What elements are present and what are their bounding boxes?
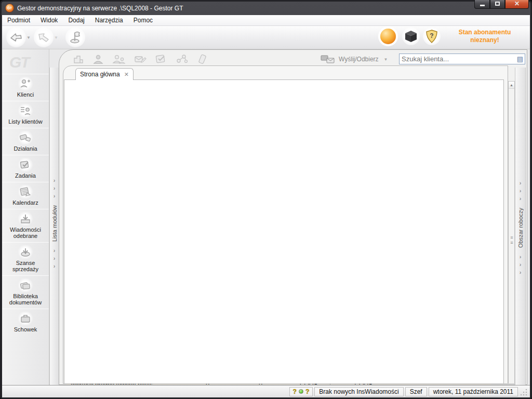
module-sidebar: GT Klienci Listy klientów Działania Zada… bbox=[2, 49, 49, 385]
cube-icon bbox=[404, 30, 418, 43]
phone-icon[interactable] bbox=[197, 54, 210, 65]
sidebar-item-biblioteka[interactable]: Biblioteka dokumentów bbox=[2, 275, 49, 309]
home-page-card bbox=[64, 79, 504, 384]
connection-status-icon bbox=[299, 389, 303, 394]
chevron-right-icon[interactable]: ››› bbox=[520, 179, 522, 203]
gt-watermark: GT bbox=[9, 54, 29, 71]
sidebar-item-listy-klientow[interactable]: Listy klientów bbox=[2, 101, 49, 128]
back-arrow-icon bbox=[9, 32, 23, 43]
calendar-icon bbox=[18, 185, 33, 198]
cube-button[interactable] bbox=[402, 28, 420, 45]
forward-button[interactable] bbox=[34, 28, 54, 47]
menu-pomoc[interactable]: Pomoc bbox=[128, 16, 158, 25]
sidebar-item-klienci[interactable]: Klienci bbox=[2, 74, 49, 101]
scroll-up-icon[interactable]: ▲ bbox=[509, 82, 514, 89]
sidebar-item-wiadomosci[interactable]: Wiadomości odebrane bbox=[2, 209, 49, 242]
modules-strip-label: Lista modułów bbox=[51, 205, 58, 242]
clients-group-icon[interactable] bbox=[112, 54, 126, 65]
send-receive-icon bbox=[321, 54, 336, 64]
menu-narzedzia[interactable]: Narzędzia bbox=[90, 16, 128, 25]
minimize-button[interactable] bbox=[474, 0, 490, 9]
status-bar: ? ? Brak nowych InsWiadomości Szef wtore… bbox=[2, 385, 530, 397]
shield-question-icon: ? bbox=[425, 30, 438, 44]
messages-status: Brak nowych InsWiadomości bbox=[314, 387, 403, 396]
splitter-grip-icon[interactable]: ≡≡ bbox=[509, 235, 514, 245]
send-receive-button[interactable]: Wyślij/Odbierz ▼ bbox=[321, 54, 391, 64]
tab-label: Strona główna bbox=[80, 71, 120, 78]
chevron-right-icon[interactable]: ››› bbox=[54, 247, 56, 270]
send-receive-dropdown-icon[interactable]: ▼ bbox=[384, 57, 388, 62]
sidebar-item-szanse[interactable]: Szanse sprzedaży bbox=[2, 242, 49, 275]
resize-grip[interactable] bbox=[521, 388, 528, 395]
menu-dodaj[interactable]: Dodaj bbox=[63, 16, 89, 25]
user-status: Szef bbox=[405, 387, 427, 396]
status-icons: ? ? bbox=[289, 387, 313, 396]
sidebar-item-schowek[interactable]: Schowek bbox=[2, 309, 49, 336]
company-icon[interactable] bbox=[73, 54, 84, 65]
close-icon: ✕ bbox=[514, 0, 520, 7]
sidebar-item-zadania[interactable]: Zadania bbox=[2, 155, 49, 182]
menu-widok[interactable]: Widok bbox=[35, 16, 63, 25]
title-bar[interactable]: GT Gestor demonstracyjny na serwerze .\S… bbox=[2, 1, 530, 15]
activities-icon bbox=[18, 131, 33, 144]
app-icon: GT bbox=[5, 4, 14, 12]
maximize-icon bbox=[495, 2, 500, 6]
back-dropdown-icon[interactable]: ▼ bbox=[26, 35, 31, 40]
search-input[interactable] bbox=[400, 55, 517, 63]
forward-dropdown-icon[interactable]: ▼ bbox=[54, 35, 58, 40]
task-check-icon[interactable] bbox=[155, 54, 167, 65]
search-list-icon[interactable]: ▤ bbox=[517, 55, 525, 63]
workspace-strip-label: Obszar roboczy bbox=[517, 208, 524, 248]
main-toolbar: ▼ ▼ bbox=[2, 26, 530, 49]
sidebar-item-kalendarz[interactable]: Kalendarz bbox=[2, 182, 49, 209]
minimize-icon bbox=[480, 5, 485, 6]
content-scrollbar[interactable]: ▲ ≡≡ bbox=[508, 81, 515, 384]
window-title: Gestor demonstracyjny na serwerze .\SQL2… bbox=[17, 5, 183, 12]
tasks-icon bbox=[18, 158, 33, 171]
tab-close-icon[interactable]: ✕ bbox=[124, 71, 129, 78]
tab-strona-glowna[interactable]: Strona główna ✕ bbox=[75, 68, 134, 80]
menu-podmiot[interactable]: Podmiot bbox=[2, 16, 35, 25]
client-icon[interactable] bbox=[92, 54, 104, 65]
clipboard-case-icon bbox=[18, 312, 33, 325]
workspace-strip[interactable]: ››› Obszar roboczy ››› bbox=[515, 68, 526, 385]
svg-text:?: ? bbox=[430, 32, 433, 39]
insert-sphere-icon[interactable] bbox=[380, 29, 396, 44]
sales-chances-icon bbox=[18, 245, 33, 259]
client-search[interactable]: ▤ bbox=[399, 54, 525, 64]
send-receive-label: Wyślij/Odbierz bbox=[339, 56, 379, 63]
chevron-right-icon[interactable]: ››› bbox=[54, 177, 56, 200]
help-status-icon[interactable]: ? bbox=[304, 388, 310, 395]
subscription-status: Stan abonamentu nieznany! bbox=[444, 29, 526, 44]
date-status: wtorek, 11 października 2011 bbox=[429, 387, 518, 396]
chevron-right-icon[interactable]: ››› bbox=[520, 253, 522, 276]
back-button[interactable] bbox=[6, 28, 26, 47]
relations-icon[interactable] bbox=[176, 54, 189, 65]
flag-button[interactable] bbox=[65, 28, 85, 47]
client-list-icon bbox=[18, 104, 33, 117]
menu-bar: Podmiot Widok Dodaj Narzędzia Pomoc bbox=[2, 15, 530, 26]
clients-icon bbox=[18, 77, 33, 90]
message-edit-icon[interactable] bbox=[134, 54, 147, 65]
modules-strip[interactable]: ››› Lista modułów ››› bbox=[49, 68, 59, 385]
sidebar-item-dzialania[interactable]: Działania bbox=[2, 128, 49, 155]
close-button[interactable]: ✕ bbox=[505, 0, 529, 9]
help-status-icon[interactable]: ? bbox=[292, 388, 298, 395]
maximize-button[interactable] bbox=[490, 0, 505, 9]
documents-library-icon bbox=[18, 278, 33, 292]
inbox-icon bbox=[18, 212, 33, 225]
flag-icon bbox=[69, 31, 82, 44]
shield-button[interactable]: ? bbox=[423, 28, 441, 45]
forward-arrow-icon bbox=[37, 32, 50, 43]
